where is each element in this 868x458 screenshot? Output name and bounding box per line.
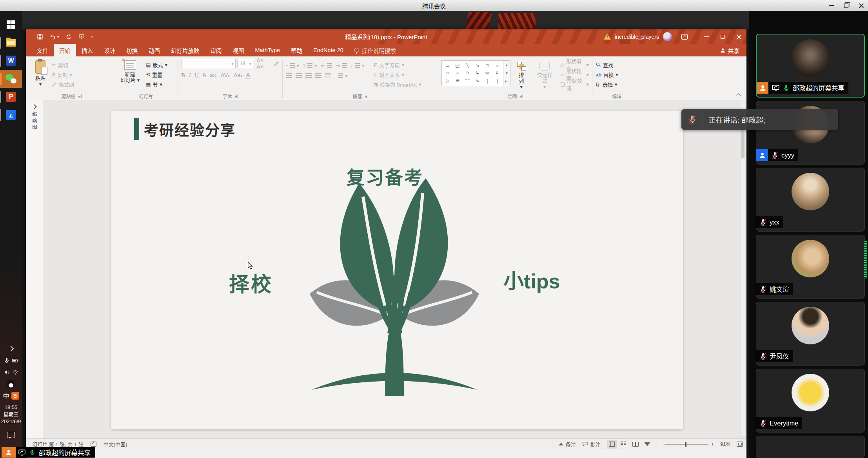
char-spacing-button[interactable]: AV▾ [221,72,230,78]
zoom-thumb[interactable] [685,442,686,447]
view-slide-sorter-button[interactable] [619,440,629,449]
tray-input-method[interactable]: 中 S [0,390,22,402]
taskbar-word[interactable]: W [0,52,22,70]
shape-icon[interactable]: ↳ [476,70,479,76]
tab-design[interactable]: 设计 [98,44,121,56]
tab-view[interactable]: 视图 [227,44,250,56]
format-painter-button[interactable]: 🖉 格式刷 [52,80,74,89]
shape-icon[interactable]: □ [486,63,488,68]
cut-button[interactable]: ✂ 剪切 [52,60,74,69]
section-button[interactable]: ▦ 节 ▾ [146,80,167,89]
language-indicator[interactable]: 中文(中国) [104,440,127,448]
change-case-button[interactable]: Aa▾ [234,72,242,78]
slide-vertical-scrollbar[interactable] [741,102,745,436]
zoom-level[interactable]: 91% [720,441,730,447]
view-slideshow-button[interactable] [642,440,652,449]
decrease-indent-button[interactable]: ⇤ [321,61,332,70]
action-center-button[interactable] [0,429,22,441]
fit-slide-to-window-button[interactable] [737,442,743,447]
minimize-button[interactable] [829,5,834,6]
tab-mathtype[interactable]: MathType [250,44,286,56]
bullets-button[interactable]: •▾ [286,61,299,70]
shapes-gallery[interactable]: ▭▤╲↘□○ ▱△↰↳⇨⇩ ▷✳⌒∿{} ▲▼▼≡ [441,59,510,92]
arrange-button[interactable]: 排列▾ [514,59,529,92]
close-button[interactable] [859,3,864,8]
italic-button[interactable]: I [189,72,191,79]
shape-icon[interactable]: ↰ [465,70,469,76]
start-slideshow-icon[interactable] [78,34,85,40]
zoom-out-button[interactable]: − [659,441,662,447]
share-button[interactable]: 共享 [720,44,739,56]
tray-mic-battery[interactable] [0,355,22,366]
shape-icon[interactable]: ▱ [446,70,449,76]
copy-button[interactable]: ⧉ 复制 ▾ [52,70,74,79]
shape-icon[interactable]: { [487,78,488,83]
shape-icon[interactable]: ↘ [476,63,479,68]
tab-file[interactable]: 文件 [31,44,54,56]
shape-icon[interactable]: ∿ [476,78,479,83]
underline-button[interactable]: U [195,72,199,79]
view-reading-button[interactable] [630,440,641,449]
shape-icon[interactable]: ▤ [455,63,459,68]
ppt-close-button[interactable] [736,34,742,40]
align-center-button[interactable] [296,73,302,78]
slide-canvas[interactable]: 考研经验分享 复习备考 择校 小tips [111,111,683,429]
shape-icon[interactable]: ⇩ [495,70,499,76]
shape-icon[interactable]: ▷ [446,78,449,83]
drawing-dialog-launcher[interactable] [519,94,523,98]
tray-qq[interactable] [0,378,22,390]
tray-expand[interactable] [0,343,22,355]
ppt-minimize-button[interactable] [704,36,709,37]
font-dialog-launcher[interactable] [234,94,238,98]
tab-slideshow[interactable]: 幻灯片放映 [165,44,205,56]
taskbar-file-explorer[interactable] [0,34,22,52]
align-right-button[interactable] [305,73,312,78]
account-name[interactable]: incredible_players [615,34,659,40]
participant-tile[interactable]: Everytime [756,369,865,433]
font-name-combobox[interactable]: ▾ [181,59,236,68]
participant-tile[interactable]: 姚文瑄 [756,235,865,299]
justify-button[interactable] [315,73,321,78]
start-button[interactable] [0,16,22,34]
shape-icon[interactable]: ✳ [456,78,459,83]
thumbnail-pane-collapsed[interactable]: 缩略图 [26,100,43,438]
layout-button[interactable]: ▤ 版式 ▾ [146,60,167,69]
shapes-scroll-arrows[interactable]: ▲▼▼≡ [503,60,510,86]
restore-button[interactable] [844,4,848,8]
shape-icon[interactable]: ▭ [445,63,450,68]
shape-icon[interactable]: ╲ [466,63,469,68]
find-button[interactable]: 查找 [596,60,618,69]
tab-insert[interactable]: 插入 [76,44,98,56]
select-button[interactable]: 选择 ▾ [596,80,618,89]
font-size-combobox[interactable]: 18▾ [237,59,253,68]
zoom-track[interactable] [665,444,708,445]
align-text-button[interactable]: ⇳ 对齐文本 ▾ [373,70,421,79]
participant-tile-partial[interactable] [756,436,865,458]
tab-transitions[interactable]: 切换 [121,44,143,56]
paragraph-dialog-launcher[interactable] [365,94,368,98]
font-color-button[interactable]: A [246,72,250,79]
shape-icon[interactable]: △ [456,70,459,76]
redo-icon[interactable] [65,34,72,40]
spellcheck-icon[interactable] [91,442,96,447]
zoom-slider[interactable]: − + [659,441,714,447]
increase-indent-button[interactable]: ⇥ [336,61,347,70]
smartart-button[interactable]: ⬔ 转换为 SmartArt ▾ [373,80,421,89]
tab-review[interactable]: 审阅 [205,44,227,56]
ppt-restore-button[interactable] [721,35,725,39]
account-avatar[interactable] [663,32,672,41]
text-direction-button[interactable]: ⇵ 文字方向 ▾ [373,60,421,69]
panel-scrollbar-thumb[interactable] [864,241,867,279]
tray-sound-network[interactable] [0,366,22,378]
participant-tile[interactable]: 邵政超的屏幕共享 [756,34,865,98]
ribbon-display-options-icon[interactable] [681,34,688,40]
replace-button[interactable]: ab 替换 ▾ [596,70,618,79]
tell-me-search[interactable]: 操作说明搜索 [354,44,396,56]
participant-tile[interactable]: 尹凤仪 [756,302,865,366]
zoom-in-button[interactable]: + [711,441,714,447]
line-spacing-button[interactable]: ↕▾ [350,61,365,70]
shape-icon[interactable]: } [496,78,498,83]
quick-styles-button[interactable]: 快速样式▾ [532,59,557,92]
tab-endnote[interactable]: EndNote 20 [308,44,349,56]
paste-button[interactable]: 粘贴▾ [32,59,49,92]
